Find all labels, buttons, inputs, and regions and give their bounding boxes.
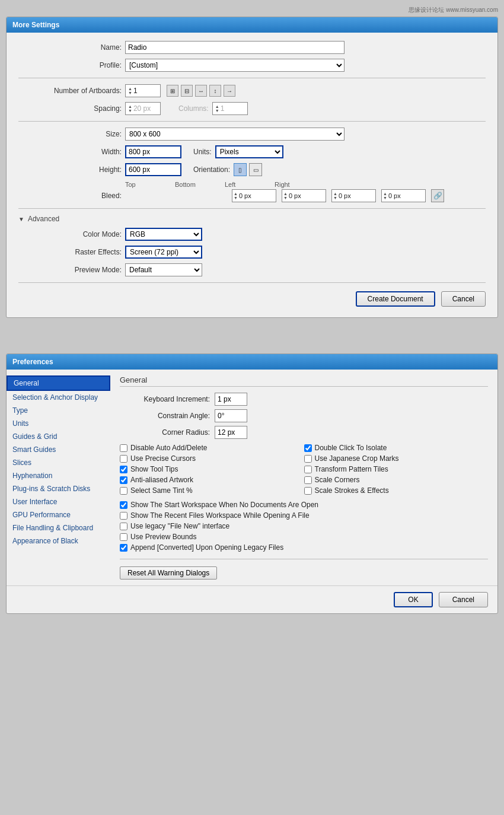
- landscape-icon[interactable]: ▭: [249, 163, 262, 176]
- raster-effects-row: Raster Effects: Screen (72 ppi) Medium (…: [18, 246, 486, 259]
- pref-cancel-button[interactable]: Cancel: [439, 592, 488, 607]
- check-start-workspace-input[interactable]: [120, 501, 127, 509]
- check-show-tool-tips-input[interactable]: [120, 466, 127, 473]
- sidebar-item-slices[interactable]: Slices: [7, 456, 110, 469]
- portrait-icon[interactable]: ▯: [234, 163, 247, 176]
- columns-spinner: ▲▼ 1: [212, 102, 248, 115]
- sidebar-item-file-handling[interactable]: File Handling & Clipboard: [7, 521, 110, 534]
- bleed-bottom-input[interactable]: ▲▼ 0 px: [282, 189, 326, 202]
- sidebar-item-appearance[interactable]: Appearance of Black: [7, 534, 110, 547]
- left-right-icon[interactable]: ↔: [195, 85, 207, 97]
- corner-radius-label: Corner Radius:: [120, 428, 215, 437]
- check-transform-pattern-input[interactable]: [304, 466, 312, 473]
- expand-icon[interactable]: ⊟: [181, 85, 193, 97]
- size-select[interactable]: 800 x 600 1024 x 768 Custom: [125, 128, 344, 141]
- profile-select[interactable]: [Custom] Print Web Mobile: [125, 59, 344, 72]
- advanced-header: ▼ Advanced: [18, 215, 486, 223]
- checkbox-section: Disable Auto Add/Delete Use Precise Curs…: [120, 444, 488, 495]
- check-recent-files-input[interactable]: [120, 512, 127, 520]
- sidebar-item-plugins[interactable]: Plug-ins & Scratch Disks: [7, 482, 110, 495]
- bleed-right-input[interactable]: ▲▼ 0 px: [381, 189, 426, 202]
- profile-label: Profile:: [18, 61, 125, 69]
- check-append-converted: Append [Converted] Upon Opening Legacy F…: [120, 543, 488, 552]
- check-same-tint: Select Same Tint %: [120, 486, 304, 495]
- columns-label: Columns:: [178, 104, 209, 113]
- check-scale-strokes-input[interactable]: [304, 487, 312, 495]
- spacing-value: 20 px: [133, 104, 151, 113]
- preview-mode-label: Preview Mode:: [18, 266, 125, 274]
- columns-value: 1: [221, 104, 225, 113]
- size-row: Size: 800 x 600 1024 x 768 Custom: [18, 128, 486, 141]
- sidebar-item-type[interactable]: Type: [7, 404, 110, 417]
- raster-effects-label: Raster Effects:: [18, 248, 125, 256]
- sidebar-item-hyphenation[interactable]: Hyphenation: [7, 469, 110, 482]
- sidebar-item-smart-guides[interactable]: Smart Guides: [7, 443, 110, 456]
- height-input[interactable]: [125, 163, 181, 176]
- arrow-right-icon[interactable]: →: [224, 85, 235, 97]
- grid-icon[interactable]: ⊞: [167, 85, 178, 97]
- check-japanese-crop-input[interactable]: [304, 455, 312, 463]
- height-label: Height:: [18, 165, 125, 174]
- check-double-click-isolate: Double Click To Isolate: [304, 444, 489, 452]
- sidebar-item-ui[interactable]: User Interface: [7, 495, 110, 508]
- color-mode-row: Color Mode: RGB CMYK: [18, 228, 486, 241]
- bleed-label: Bleed:: [18, 192, 125, 200]
- check-same-tint-input[interactable]: [120, 487, 127, 495]
- create-document-button[interactable]: Create Document: [356, 291, 435, 307]
- pref-ok-button[interactable]: OK: [394, 592, 432, 607]
- keyboard-increment-label: Keyboard Increment:: [120, 395, 215, 403]
- check-japanese-crop-label: Use Japanese Crop Marks: [315, 454, 399, 463]
- link-icon[interactable]: 🔗: [431, 189, 444, 202]
- bleed-left-input[interactable]: ▲▼ 0 px: [331, 189, 376, 202]
- height-orientation-row: Height: Orientation: ▯ ▭: [18, 163, 486, 176]
- artboards-spinner[interactable]: ▲▼ 1: [125, 84, 161, 97]
- check-show-tool-tips: Show Tool Tips: [120, 465, 304, 473]
- preview-mode-select[interactable]: Default Pixel Overprint: [125, 263, 202, 276]
- check-legacy-file-new-label: Use legacy "File New" interface: [130, 522, 229, 530]
- keyboard-increment-input[interactable]: [215, 393, 247, 406]
- check-start-workspace: Show The Start Workspace When No Documen…: [120, 501, 488, 509]
- units-select[interactable]: Pixels Inches Centimeters Millimeters: [215, 145, 283, 158]
- corner-radius-input[interactable]: [215, 426, 247, 439]
- sidebar-item-general[interactable]: General: [7, 375, 110, 391]
- reset-warnings-button[interactable]: Reset All Warning Dialogs: [120, 566, 217, 580]
- bleed-right-label: Right: [275, 181, 322, 188]
- check-scale-corners-label: Scale Corners: [315, 476, 360, 484]
- artboards-label: Number of Artboards:: [18, 87, 125, 95]
- spacing-spinner: ▲▼ 20 px: [125, 102, 161, 115]
- check-legacy-file-new-input[interactable]: [120, 523, 127, 530]
- check-disable-auto: Disable Auto Add/Delete: [120, 444, 304, 452]
- raster-effects-select[interactable]: Screen (72 ppi) Medium (150 ppi) High (3…: [125, 246, 202, 259]
- sidebar-item-units[interactable]: Units: [7, 417, 110, 430]
- sidebar-item-guides[interactable]: Guides & Grid: [7, 430, 110, 443]
- bleed-top-value: 0 px: [239, 192, 251, 199]
- up-down-icon[interactable]: ↕: [209, 85, 221, 97]
- sidebar-item-gpu[interactable]: GPU Performance: [7, 508, 110, 521]
- name-input[interactable]: [125, 41, 344, 54]
- constrain-angle-row: Constrain Angle:: [120, 409, 488, 422]
- check-scale-corners-input[interactable]: [304, 476, 312, 484]
- check-disable-auto-input[interactable]: [120, 444, 127, 452]
- check-double-click-isolate-input[interactable]: [304, 444, 312, 452]
- artboards-row: Number of Artboards: ▲▼ 1 ⊞ ⊟ ↔ ↕ →: [18, 84, 486, 97]
- bleed-top-input[interactable]: ▲▼ 0 px: [232, 189, 276, 202]
- bleed-bottom-value: 0 px: [289, 192, 301, 199]
- check-append-converted-label: Append [Converted] Upon Opening Legacy F…: [130, 543, 283, 552]
- constrain-angle-input[interactable]: [215, 409, 247, 422]
- width-input[interactable]: [125, 145, 181, 158]
- check-scale-corners: Scale Corners: [304, 476, 489, 484]
- check-scale-strokes: Scale Strokes & Effects: [304, 486, 489, 495]
- bleed-bottom-label: Bottom: [175, 181, 222, 188]
- advanced-label: Advanced: [28, 215, 59, 223]
- check-precise-cursors-input[interactable]: [120, 455, 127, 463]
- check-preview-bounds-input[interactable]: [120, 533, 127, 541]
- check-append-converted-input[interactable]: [120, 544, 127, 552]
- dialog1-cancel-button[interactable]: Cancel: [441, 291, 486, 307]
- color-mode-select[interactable]: RGB CMYK: [125, 228, 202, 241]
- name-row: Name:: [18, 41, 486, 54]
- check-anti-aliased-input[interactable]: [120, 476, 127, 484]
- checkboxes-right: Double Click To Isolate Use Japanese Cro…: [304, 444, 489, 495]
- sidebar-item-selection[interactable]: Selection & Anchor Display: [7, 391, 110, 404]
- spacing-columns-row: Spacing: ▲▼ 20 px Columns: ▲▼ 1: [18, 102, 486, 115]
- advanced-toggle[interactable]: ▼: [18, 216, 24, 222]
